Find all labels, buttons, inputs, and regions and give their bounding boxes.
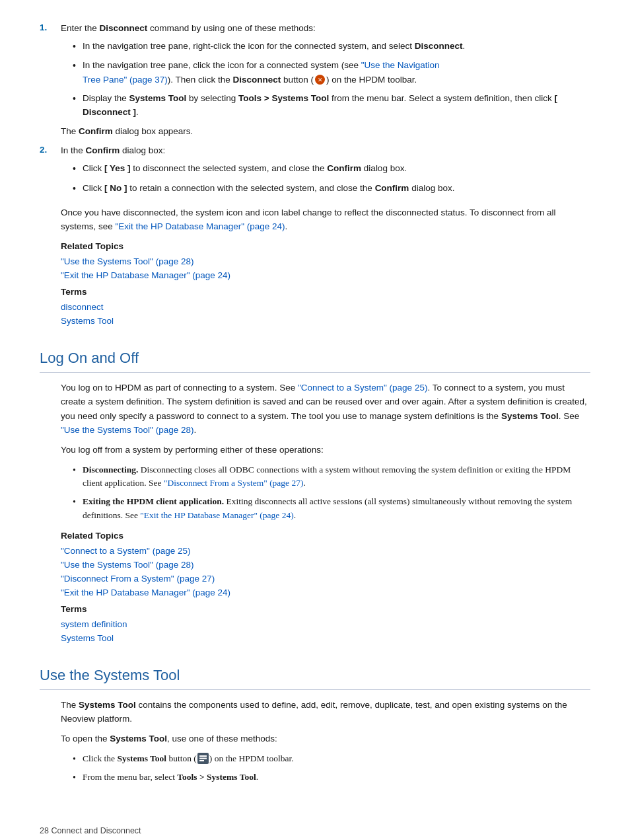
exit-hp-link-2[interactable]: "Exit the HP Database Manager" (page 24)	[140, 510, 293, 520]
svg-rect-3	[199, 755, 207, 757]
log-off-bullet-1: Disconnecting. Disconnecting closes all …	[73, 463, 590, 491]
step-2-bullet-2: Click [ No ] to retain a connection with…	[73, 181, 590, 196]
svg-rect-5	[199, 760, 204, 761]
disconnect-icon: ✕	[314, 74, 326, 85]
exit-hp-link-1[interactable]: "Exit the HP Database Manager" (page 24)	[116, 221, 285, 231]
step-1-content: Enter the Disconnect command by using on…	[61, 21, 590, 138]
connect-system-link-1[interactable]: "Connect to a System" (page 25)	[298, 383, 427, 393]
step-2-bullets: Click [ Yes ] to disconnect the selected…	[73, 161, 590, 195]
terms-item-1-1: disconnect	[61, 301, 590, 315]
related-topics-item-1-1: "Use the Systems Tool" (page 28)	[61, 255, 590, 269]
step-2-container: 2. In the Confirm dialog box: Click [ Ye…	[40, 143, 590, 200]
use-systems-tool-link-1[interactable]: "Use the Systems Tool" (page 28)	[61, 425, 193, 435]
page-footer: 28 Connect and Disconnect	[40, 825, 590, 837]
log-on-para-1: You log on to HPDM as part of connecting…	[61, 381, 590, 437]
related-topics-item-2-4: "Exit the HP Database Manager" (page 24)	[61, 586, 590, 600]
disconnect-from-system-link[interactable]: "Disconnect From a System" (page 27)	[164, 478, 304, 488]
related-topics-title-1: Related Topics	[61, 240, 590, 254]
svg-rect-4	[199, 758, 207, 759]
step-2-number: 2.	[40, 143, 61, 200]
terms-item-1-2: Systems Tool	[61, 315, 590, 328]
related-topics-item-2-1: "Connect to a System" (page 25)	[61, 545, 590, 558]
step-2-bullet-1: Click [ Yes ] to disconnect the selected…	[73, 161, 590, 176]
terms-title-2: Terms	[61, 603, 590, 617]
log-off-para: You log off from a system by performing …	[61, 443, 590, 457]
terms-block-1: Terms disconnect Systems Tool	[61, 286, 590, 328]
use-systems-tool-heading: Use the Systems Tool	[40, 664, 590, 690]
related-topics-block-1: Related Topics "Use the Systems Tool" (p…	[61, 240, 590, 283]
page-number: 28 Connect and Disconnect	[40, 826, 141, 835]
systems-tool-bullets: Click the Systems Tool button () on the …	[73, 752, 590, 785]
related-topics-item-2-3: "Disconnect From a System" (page 27)	[61, 572, 590, 586]
log-on-off-heading: Log On and Off	[40, 347, 590, 373]
log-off-bullet-2: Exiting the HPDM client application. Exi…	[73, 495, 590, 523]
step-1-bullet-2: In the navigation tree pane, click the i…	[73, 58, 590, 87]
terms-item-2-1: system definition	[61, 618, 590, 632]
step-2-content: In the Confirm dialog box: Click [ Yes ]…	[61, 143, 590, 200]
step-1-bullets: In the navigation tree pane, right-click…	[73, 39, 590, 119]
step-1-bullet-1: In the navigation tree pane, right-click…	[73, 39, 590, 54]
terms-block-2: Terms system definition Systems Tool	[61, 603, 590, 646]
systems-tool-para-2: To open the Systems Tool, use one of the…	[61, 732, 590, 745]
related-topics-block-2: Related Topics "Connect to a System" (pa…	[61, 529, 590, 600]
systems-tool-para-1: The Systems Tool contains the components…	[61, 698, 590, 726]
step-1-intro: Enter the Disconnect command by using on…	[61, 23, 316, 33]
terms-item-2-2: Systems Tool	[61, 632, 590, 646]
systems-tool-bullet-1: Click the Systems Tool button () on the …	[73, 752, 590, 767]
use-systems-tool-content: The Systems Tool contains the components…	[61, 698, 590, 785]
step-1-number: 1.	[40, 21, 61, 138]
related-topics-item-1-2: "Exit the HP Database Manager" (page 24)	[61, 269, 590, 283]
related-topics-title-2: Related Topics	[61, 529, 590, 543]
terms-title-1: Terms	[61, 286, 590, 299]
systems-tool-bullet-2: From the menu bar, select Tools > System…	[73, 771, 590, 785]
related-topics-item-2-2: "Use the Systems Tool" (page 28)	[61, 558, 590, 572]
post-steps-para: Once you have disconnected, the system i…	[61, 206, 590, 234]
svg-text:✕: ✕	[317, 77, 322, 83]
log-on-off-content: You log on to HPDM as part of connecting…	[61, 381, 590, 646]
systems-tool-icon	[197, 753, 209, 764]
step-1-bullet-3: Display the Systems Tool by selecting To…	[73, 91, 590, 120]
step-1-container: 1. Enter the Disconnect command by using…	[40, 21, 590, 138]
step-2-intro: In the Confirm dialog box:	[61, 145, 165, 155]
log-off-bullets: Disconnecting. Disconnecting closes all …	[73, 463, 590, 523]
step-1-after: The Confirm dialog box appears.	[61, 124, 590, 138]
